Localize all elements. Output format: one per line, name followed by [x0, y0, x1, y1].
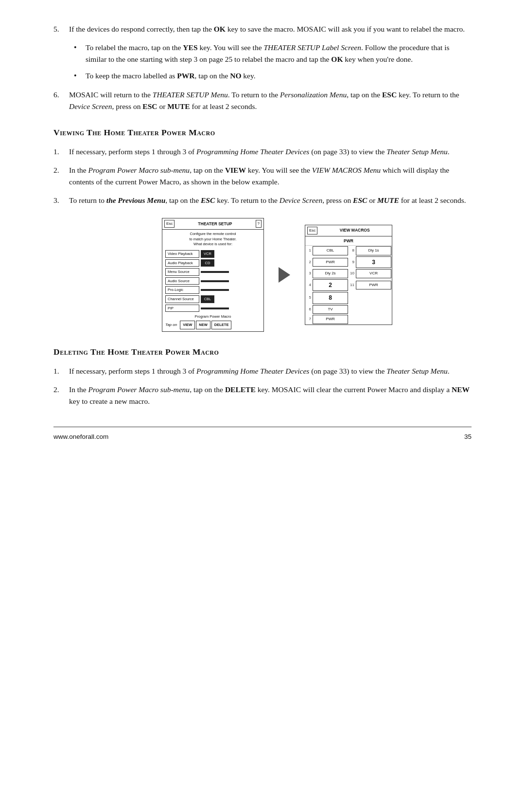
viewing-list: 1. If necessary, perform steps 1 through…: [53, 146, 472, 206]
new-btn: NEW: [196, 321, 210, 329]
theater-setup-menu-2: Theater Setup Menu: [386, 147, 448, 156]
macro-num-9: 9: [349, 259, 355, 265]
item-number: 5.: [53, 23, 64, 35]
theater-desc: Configure the remote control to match yo…: [165, 232, 261, 247]
macro-num-11: 11: [349, 282, 355, 288]
personalization-menu: Personalization Menu: [280, 90, 347, 99]
macro-row-1: 1 CBL 8 Dly 1s: [305, 246, 392, 255]
esc-button: Esc: [164, 220, 175, 228]
ok-key: OK: [214, 25, 226, 33]
deleting-num-2: 2.: [53, 384, 64, 407]
device-screen-2: Device Screen: [280, 196, 323, 204]
viewing-num-1: 1.: [53, 146, 64, 158]
prog-power-macro-submenu: Program Power Macro sub-menu: [88, 166, 190, 174]
deleting-heading: Deleting The Home Theater Power Macro: [53, 345, 472, 359]
macro-item-pwr: PWR: [313, 258, 348, 267]
bullet-list: To relabel the macro, tap on the YES key…: [69, 42, 472, 82]
device-label-audio: Audio Playback: [165, 259, 199, 267]
macro-num-1: 1: [305, 248, 312, 253]
theater-setup-label-screen: THEATER SETUP Label Screen: [263, 43, 361, 52]
macro-item-cbl: CBL: [313, 246, 348, 255]
arrow-container: [279, 267, 290, 283]
esc-key-2: ESC: [142, 102, 157, 110]
macro-row-6: 6 TV: [305, 305, 392, 314]
deleting-num-1: 1.: [53, 365, 64, 377]
device-row-channel: Channel Source CBL: [165, 295, 261, 303]
macro-num-10: 10: [349, 271, 355, 276]
tap-on-row: Tap on VIEW NEW DELETE: [165, 321, 261, 329]
view-macros-title: VIEW MACROS: [319, 227, 390, 234]
theater-setup-screen: Esc THEATER SETUP ? Configure the remote…: [162, 218, 264, 332]
macro-num-5: 5: [305, 295, 312, 301]
page-footer: www.oneforall.com 35: [53, 427, 472, 450]
item-content: If the devices do respond correctly, the…: [69, 23, 472, 35]
footer-page-number: 35: [464, 432, 472, 442]
macro-num-6: 6: [305, 307, 312, 312]
viewing-heading: Viewing The Home Theater Power Macro: [53, 126, 472, 139]
esc-italic-2: ESC: [353, 196, 367, 204]
device-value-vcr: VCR: [201, 250, 214, 258]
bullet-item-1: To relabel the macro, tap on the YES key…: [69, 42, 472, 65]
viewing-content-3: To return to the Previous Menu, tap on t…: [69, 195, 472, 206]
diagram-container: Esc THEATER SETUP ? Configure the remote…: [83, 218, 472, 332]
device-label-channel: Channel Source: [165, 295, 199, 303]
view-macros-header: Esc VIEW MACROS: [305, 225, 392, 236]
delete-btn: DELETE: [211, 321, 232, 329]
macro-num-8: 8: [349, 248, 355, 253]
esc-key: ESC: [382, 90, 397, 99]
prev-menu-ref: the Previous Menu: [106, 196, 165, 204]
macro-row-2: 2 PWR 9 3: [305, 256, 392, 269]
viewing-num-2: 2.: [53, 164, 64, 188]
macro-item-pwr3: PWR: [313, 315, 348, 324]
device-value-pip-empty: [201, 307, 229, 309]
new-key: NEW: [452, 385, 470, 394]
list-item-6: 6. MOSAIC will return to the THEATER SET…: [53, 89, 472, 112]
viewing-num-3: 3.: [53, 195, 64, 206]
viewing-item-2: 2. In the Program Power Macro sub-menu, …: [53, 164, 472, 188]
deleting-item-1: 1. If necessary, perform steps 1 through…: [53, 365, 472, 377]
macro-item-2: 2: [313, 279, 348, 291]
view-key: VIEW: [225, 166, 246, 174]
device-value-cd: CD: [201, 259, 214, 267]
intro-list-2: 6. MOSAIC will return to the THEATER SET…: [53, 89, 472, 112]
view-btn: VIEW: [180, 321, 195, 329]
pwr-key: PWR: [177, 72, 194, 80]
macro-row-3: 3 Dly 2s 10 VCR: [305, 269, 392, 278]
macro-item-pwr2: PWR: [356, 281, 391, 289]
macro-item-dly1s: Dly 1s: [356, 246, 391, 255]
prog-home-theater-2: Programming Home Theater Devices: [196, 367, 309, 375]
device-value-prologic-empty: [201, 289, 229, 291]
item-number-6: 6.: [53, 89, 64, 112]
footer-website: www.oneforall.com: [53, 432, 108, 442]
macro-row-4: 4 2 11 PWR: [305, 279, 392, 292]
mute-key: MUTE: [167, 102, 190, 110]
viewing-content-2: In the Program Power Macro sub-menu, tap…: [69, 164, 472, 188]
yes-key: YES: [183, 43, 197, 52]
item-content-6: MOSAIC will return to the THEATER SETUP …: [69, 89, 472, 112]
esc-italic-1: ESC: [201, 196, 215, 204]
device-value-menu-empty: [201, 271, 229, 273]
deleting-content-2: In the Program Power Macro sub-menu, tap…: [69, 384, 472, 407]
macro-row-5: 5 8: [305, 291, 392, 305]
macro-item-vcr: VCR: [356, 269, 391, 278]
device-value-cbl: CBL: [201, 295, 214, 303]
bullet-item-2: To keep the macro labelled as PWR, tap o…: [69, 70, 472, 82]
macro-item-dly2s: Dly 2s: [313, 269, 348, 278]
macro-item-3: 3: [356, 256, 391, 269]
theater-setup-menu: THEATER SETUP Menu: [153, 90, 228, 99]
prog-power-macro-submenu-2: Program Power Macro sub-menu: [88, 385, 190, 394]
device-label-pip: PIP: [165, 305, 199, 312]
deleting-content-1: If necessary, perform steps 1 through 3 …: [69, 365, 472, 377]
device-row-pip: PIP: [165, 305, 261, 312]
theater-screen-header: Esc THEATER SETUP ?: [162, 218, 263, 230]
pwr-title: PWR: [305, 236, 392, 246]
theater-screen-body: Configure the remote control to match yo…: [162, 230, 263, 331]
viewing-item-1: 1. If necessary, perform steps 1 through…: [53, 146, 472, 158]
device-label-menu: Menu Source: [165, 268, 199, 276]
device-row-audiosource: Audio Source: [165, 277, 261, 285]
device-label-video: Video Playback: [165, 250, 199, 258]
no-key: NO: [230, 72, 241, 80]
macro-num-3: 3: [305, 271, 312, 276]
viewing-item-3: 3. To return to the Previous Menu, tap o…: [53, 195, 472, 206]
question-button: ?: [256, 220, 262, 228]
